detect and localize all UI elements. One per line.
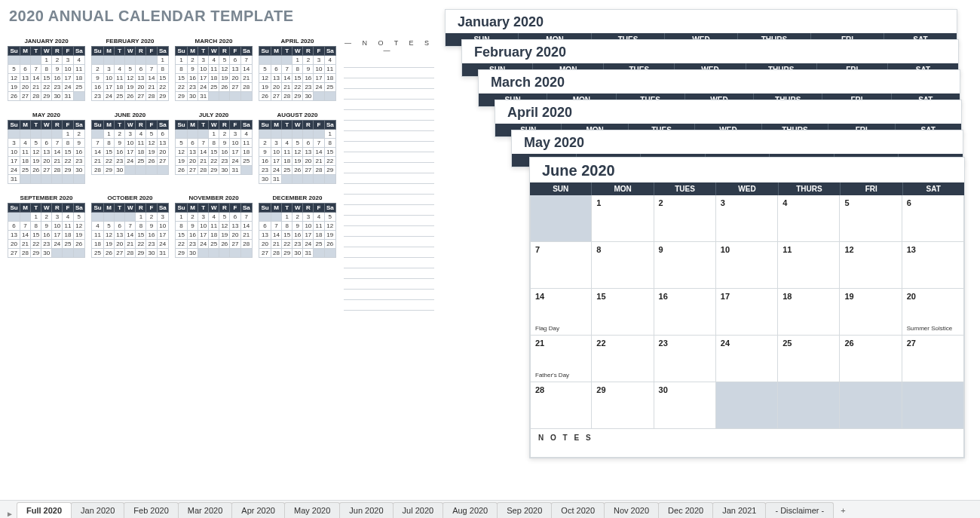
calendar-event: Father's Day bbox=[535, 372, 569, 379]
add-sheet-button[interactable]: + bbox=[833, 503, 853, 518]
calendar-day-cell[interactable]: 3 bbox=[716, 195, 778, 242]
calendar-day-cell[interactable]: 14Flag Day bbox=[530, 289, 592, 336]
mini-month: AUGUST 2020SuMTWRFSa12345678910111213141… bbox=[259, 112, 336, 184]
mini-month: APRIL 2020SuMTWRFSa123456789101112131415… bbox=[259, 38, 336, 101]
calendar-day-cell[interactable]: 29 bbox=[592, 382, 654, 429]
calendar-day-cell[interactable]: 26 bbox=[840, 336, 902, 382]
calendar-day-cell[interactable]: 6 bbox=[902, 195, 964, 242]
calendar-day-cell[interactable]: 8 bbox=[592, 242, 654, 289]
calendar-day-cell[interactable]: 22 bbox=[592, 336, 654, 382]
calendar-day-cell[interactable]: 17 bbox=[716, 289, 778, 336]
mini-month: JUNE 2020SuMTWRFSa1234567891011121314151… bbox=[91, 112, 169, 184]
mini-month: JULY 2020SuMTWRFSa1234567891011121314151… bbox=[175, 112, 253, 184]
sheet-tab[interactable]: Jan 2020 bbox=[71, 502, 124, 518]
sheet-tab[interactable]: Mar 2020 bbox=[178, 502, 232, 518]
calendar-day-cell[interactable]: 23 bbox=[654, 336, 716, 382]
mini-month: NOVEMBER 2020SuMTWRFSa123456789101112131… bbox=[175, 195, 253, 258]
june-notes-label: N O T E S bbox=[530, 429, 964, 458]
calendar-day-cell[interactable]: 30 bbox=[654, 382, 716, 429]
calendar-day-cell[interactable]: 16 bbox=[654, 289, 716, 336]
calendar-day-cell[interactable]: 15 bbox=[592, 289, 654, 336]
calendar-day-cell[interactable]: 19 bbox=[840, 289, 902, 336]
calendar-day-cell[interactable]: 24 bbox=[716, 336, 778, 382]
calendar-day-cell[interactable]: 7 bbox=[530, 242, 592, 289]
sheet-tab[interactable]: Aug 2020 bbox=[443, 502, 498, 518]
month-sheet-june: June 2020 SUNMONTUESWEDTHURSFRISAT 12345… bbox=[529, 157, 965, 458]
sheet-tab[interactable]: Jan 2021 bbox=[712, 502, 766, 518]
calendar-day-cell[interactable] bbox=[840, 382, 902, 429]
calendar-day-cell[interactable]: 20Summer Solstice bbox=[902, 289, 964, 336]
calendar-day-cell[interactable]: 13 bbox=[902, 242, 964, 289]
mini-month: MARCH 2020SuMTWRFSa123456789101112131415… bbox=[175, 38, 253, 101]
sheet-tab[interactable]: Apr 2020 bbox=[231, 502, 285, 518]
calendar-day-cell[interactable]: 21Father's Day bbox=[530, 336, 592, 382]
calendar-day-cell[interactable]: 25 bbox=[778, 336, 840, 382]
calendar-day-cell[interactable]: 12 bbox=[840, 242, 902, 289]
mini-month: MAY 2020SuMTWRFSa12345678910111213141516… bbox=[8, 112, 85, 184]
calendar-event: Flag Day bbox=[535, 325, 559, 332]
calendar-day-cell[interactable]: 18 bbox=[778, 289, 840, 336]
sheet-tab[interactable]: Sep 2020 bbox=[497, 502, 552, 518]
calendar-day-cell[interactable]: 1 bbox=[592, 195, 654, 242]
calendar-day-cell[interactable]: 11 bbox=[778, 242, 840, 289]
sheet-tab[interactable]: Oct 2020 bbox=[551, 502, 605, 518]
mini-month: DECEMBER 2020SuMTWRFSa123456789101112131… bbox=[259, 195, 336, 258]
sheet-tab[interactable]: Jul 2020 bbox=[393, 502, 444, 518]
sheet-tab-bar: ► Full 2020Jan 2020Feb 2020Mar 2020Apr 2… bbox=[0, 500, 980, 518]
calendar-day-cell[interactable] bbox=[778, 382, 840, 429]
mini-month: OCTOBER 2020SuMTWRFSa1234567891011121314… bbox=[91, 195, 169, 258]
mini-month: FEBRUARY 2020SuMTWRFSa123456789101112131… bbox=[91, 38, 169, 101]
mini-month: JANUARY 2020SuMTWRFSa1234567891011121314… bbox=[8, 38, 85, 101]
calendar-day-cell[interactable]: 4 bbox=[778, 195, 840, 242]
sheet-tab[interactable]: Dec 2020 bbox=[658, 502, 713, 518]
calendar-day-cell[interactable] bbox=[902, 382, 964, 429]
calendar-day-cell[interactable]: 5 bbox=[840, 195, 902, 242]
calendar-day-cell[interactable]: 10 bbox=[716, 242, 778, 289]
notes-header: — N O T E S — bbox=[344, 39, 434, 54]
day-header-row: SUNMONTUESWEDTHURSFRISAT bbox=[530, 182, 964, 195]
calendar-event: Summer Solstice bbox=[907, 325, 952, 332]
calendar-day-cell[interactable]: 28 bbox=[530, 382, 592, 429]
month-title: June 2020 bbox=[530, 158, 964, 182]
mini-month: SEPTEMBER 2020SuMTWRFSa12345678910111213… bbox=[8, 195, 85, 258]
tab-nav-prev-icon[interactable]: ► bbox=[3, 510, 17, 518]
calendar-day-cell[interactable]: 2 bbox=[654, 195, 716, 242]
sheet-tab[interactable]: Nov 2020 bbox=[604, 502, 659, 518]
notes-column: — N O T E S — bbox=[344, 39, 434, 311]
calendar-day-cell[interactable]: 27 bbox=[902, 336, 964, 382]
sheet-tab[interactable]: Full 2020 bbox=[17, 502, 72, 518]
sheet-tab[interactable]: May 2020 bbox=[284, 502, 340, 518]
sheet-tab[interactable]: Feb 2020 bbox=[124, 502, 178, 518]
calendar-day-cell[interactable]: 9 bbox=[654, 242, 716, 289]
calendar-day-cell[interactable] bbox=[530, 195, 592, 242]
sheet-tab[interactable]: Jun 2020 bbox=[339, 502, 393, 518]
page-title: 2020 ANNUAL CALENDAR TEMPLATE bbox=[9, 8, 294, 25]
mini-calendars: JANUARY 2020SuMTWRFSa1234567891011121314… bbox=[8, 38, 339, 268]
sheet-tab[interactable]: - Disclaimer - bbox=[765, 502, 834, 518]
calendar-day-cell[interactable] bbox=[716, 382, 778, 429]
